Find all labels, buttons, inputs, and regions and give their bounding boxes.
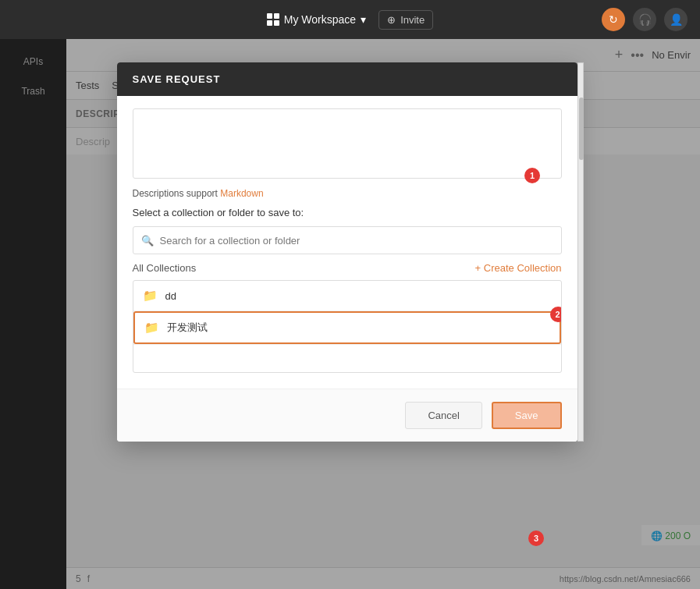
collection-list: 📁 dd 📁 开发测试 2: [133, 280, 562, 373]
save-button[interactable]: Save: [492, 402, 562, 429]
collections-header: All Collections + Create Collection: [133, 262, 562, 274]
sync-button[interactable]: ↻: [602, 8, 625, 31]
navbar: My Workspace ▾ ⊕ Invite ↻ 🎧 👤: [0, 0, 700, 39]
search-icon: 🔍: [141, 235, 154, 247]
invite-button[interactable]: ⊕ Invite: [378, 10, 433, 30]
collection-name-dd: dd: [165, 290, 176, 302]
markdown-hint: Descriptions support Markdown: [133, 188, 562, 199]
save-request-modal: SAVE REQUEST Descriptions support Markdo…: [117, 62, 577, 442]
modal-title: SAVE REQUEST: [117, 62, 577, 96]
collection-item-dd[interactable]: 📁 dd: [133, 281, 561, 311]
search-input[interactable]: [160, 235, 553, 247]
search-box: 🔍: [133, 226, 562, 254]
plus-icon: ⊕: [387, 14, 396, 26]
empty-row: [133, 344, 561, 372]
create-collection-button[interactable]: + Create Collection: [475, 262, 562, 274]
workspace-label: My Workspace: [284, 13, 356, 26]
badge-3: 3: [528, 530, 544, 546]
folder-icon-kaifa: 📁: [144, 321, 159, 335]
badge-2: 2: [550, 307, 562, 322]
main-area: APIs Trash + ••• No Envir Tests Settings…: [0, 39, 700, 589]
workspace-switcher[interactable]: My Workspace ▾: [267, 13, 366, 26]
scrollbar-thumb: [579, 98, 584, 160]
collection-name-kaifa: 开发测试: [167, 321, 208, 335]
navbar-left: My Workspace ▾ ⊕ Invite: [267, 10, 433, 30]
modal-wrapper: SAVE REQUEST Descriptions support Markdo…: [117, 62, 584, 442]
description-textarea[interactable]: [133, 108, 562, 179]
cancel-button[interactable]: Cancel: [405, 402, 481, 429]
badge-1: 1: [524, 168, 540, 183]
chevron-down-icon: ▾: [361, 13, 366, 26]
select-label: Select a collection or folder to save to…: [133, 207, 562, 218]
headphones-button[interactable]: 🎧: [633, 8, 656, 31]
navbar-right: ↻ 🎧 👤: [602, 8, 688, 31]
all-collections-label: All Collections: [133, 262, 197, 274]
workspace-grid-icon: [267, 13, 279, 26]
modal-scrollbar[interactable]: [577, 62, 584, 442]
collection-item-kaifa[interactable]: 📁 开发测试 2: [133, 311, 561, 344]
modal-footer: Cancel Save: [117, 389, 577, 442]
folder-icon-dd: 📁: [143, 289, 158, 303]
modal-body: Descriptions support Markdown Select a c…: [117, 96, 577, 389]
markdown-link[interactable]: Markdown: [220, 188, 263, 199]
invite-label: Invite: [400, 14, 425, 26]
modal-overlay: 1 SAVE REQUEST Descriptions support Mark…: [0, 39, 700, 589]
user-button[interactable]: 👤: [664, 8, 688, 31]
